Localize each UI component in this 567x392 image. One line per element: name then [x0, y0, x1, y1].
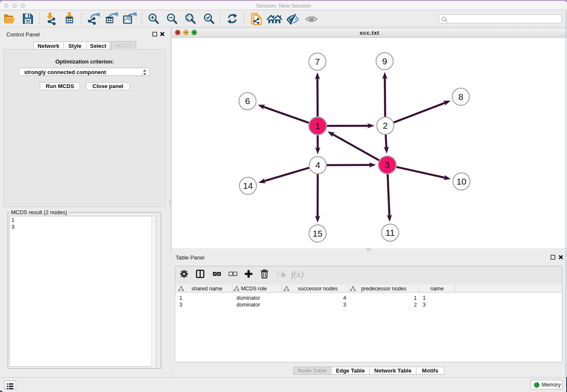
svg-text:dominator: dominator: [237, 295, 260, 301]
svg-text:8: 8: [458, 92, 463, 102]
svg-text:1: 1: [315, 121, 320, 131]
svg-text:4: 4: [315, 160, 320, 170]
svg-text:4: 4: [343, 295, 346, 301]
svg-text:3: 3: [343, 302, 346, 308]
svg-text:f(x): f(x): [291, 269, 303, 279]
svg-text:1: 1: [423, 295, 426, 301]
svg-text:1: 1: [414, 295, 417, 301]
svg-text:MCDS role: MCDS role: [241, 286, 267, 292]
svg-text:2: 2: [414, 302, 417, 308]
svg-text:3: 3: [385, 160, 390, 170]
svg-text:successor nodes: successor nodes: [298, 286, 338, 292]
svg-text:15: 15: [313, 229, 322, 238]
svg-text:7: 7: [315, 57, 320, 66]
svg-text:predecessor nodes: predecessor nodes: [361, 286, 406, 292]
svg-text:10: 10: [457, 177, 466, 186]
svg-text:dominator: dominator: [237, 302, 260, 308]
svg-text:name: name: [430, 286, 443, 292]
svg-text:11: 11: [385, 228, 395, 237]
svg-text:shared name: shared name: [192, 286, 223, 292]
svg-text:9: 9: [382, 56, 387, 66]
svg-text:14: 14: [243, 181, 253, 190]
svg-text:1: 1: [179, 295, 182, 301]
svg-text:2: 2: [383, 121, 388, 130]
svg-text:3: 3: [179, 302, 182, 308]
svg-text:6: 6: [245, 96, 250, 106]
svg-text:3: 3: [423, 302, 426, 308]
